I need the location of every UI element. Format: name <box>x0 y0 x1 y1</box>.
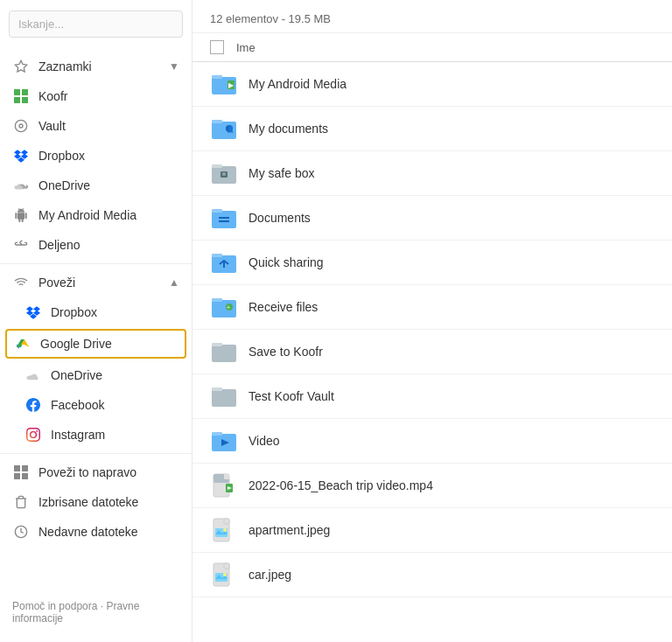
file-row[interactable]: Documents <box>192 196 672 241</box>
sidebar-section-povezi[interactable]: Poveži ▲ <box>0 268 192 297</box>
svg-text:▶: ▶ <box>228 81 234 89</box>
sidebar-item-label: Dropbox <box>51 305 97 319</box>
file-row[interactable]: Quick sharing <box>192 241 672 285</box>
svg-rect-8 <box>22 465 28 471</box>
file-image-icon <box>210 561 238 589</box>
svg-rect-1 <box>14 89 20 95</box>
svg-point-56 <box>223 573 227 576</box>
sidebar-item-label: Google Drive <box>40 337 112 351</box>
svg-rect-29 <box>212 254 222 257</box>
sidebar-item-izbrisane[interactable]: Izbrisane datoteke <box>0 487 192 517</box>
vault-icon <box>12 117 30 135</box>
sidebar-item-label: Koofr <box>38 89 67 103</box>
svg-point-23 <box>222 172 226 176</box>
file-name: My documents <box>248 122 328 136</box>
file-name: Documents <box>248 211 311 225</box>
sidebar-item-label: Facebook <box>51 398 104 412</box>
folder-icon: ▶ <box>210 70 238 98</box>
sidebar-item-dropbox-connect[interactable]: Dropbox <box>0 297 192 327</box>
sidebar-item-zaznamki[interactable]: Zaznamki ▼ <box>0 52 192 81</box>
select-all-checkbox[interactable] <box>210 40 224 54</box>
svg-rect-25 <box>212 209 222 213</box>
zaznamki-arrow: ▼ <box>169 60 179 73</box>
folder-icon <box>210 204 238 232</box>
grid-icon <box>12 464 30 481</box>
android-icon <box>12 206 30 224</box>
star-icon <box>12 58 30 75</box>
svg-rect-31 <box>212 300 236 318</box>
footer-separator: · <box>97 600 106 612</box>
svg-rect-24 <box>212 211 236 228</box>
folder-icon: + <box>210 293 238 321</box>
sidebar-item-nedavne[interactable]: Nedavne datoteke <box>0 517 192 547</box>
sidebar-item-google-drive[interactable]: Google Drive <box>5 329 186 359</box>
povezi-arrow: ▲ <box>169 276 179 289</box>
file-image-icon <box>210 516 238 544</box>
sidebar-item-label: My Android Media <box>38 208 136 222</box>
folder-icon <box>210 338 238 366</box>
svg-rect-38 <box>212 387 222 391</box>
gdrive-icon <box>14 335 32 352</box>
sidebar-item-instagram[interactable]: Instagram <box>0 420 192 450</box>
svg-rect-3 <box>14 97 20 103</box>
file-name: Save to Koofr <box>248 345 323 359</box>
search-input[interactable]: Iskanje... <box>9 10 183 38</box>
svg-rect-7 <box>14 465 20 471</box>
file-row[interactable]: + Receive files <box>192 285 672 330</box>
folder-icon <box>210 427 238 455</box>
file-name: car.jpeg <box>248 568 291 582</box>
file-row[interactable]: 2022-06-15_Beach trip video.mp4 <box>192 464 672 508</box>
share-icon <box>12 236 30 254</box>
file-name: My Android Media <box>248 77 346 91</box>
svg-point-5 <box>15 120 26 131</box>
clock-icon <box>12 523 30 541</box>
sidebar-item-label: OneDrive <box>51 368 102 382</box>
sidebar-item-label: Izbrisane datoteke <box>38 495 138 509</box>
sidebar-item-label: Nedavne datoteke <box>38 525 138 539</box>
sidebar-item-deljeno[interactable]: Deljeno <box>0 230 192 260</box>
file-row[interactable]: 👤 My documents <box>192 107 672 151</box>
sidebar-item-android[interactable]: My Android Media <box>0 200 192 230</box>
divider <box>0 263 192 264</box>
file-row[interactable]: ▶ My Android Media <box>192 62 672 107</box>
folder-icon: 👤 <box>210 115 238 143</box>
sidebar-item-label: Poveži to napravo <box>38 465 136 479</box>
sidebar-item-facebook[interactable]: Facebook <box>0 390 192 420</box>
sidebar-main-section: Zaznamki ▼ Koofr Vault Dropbox <box>0 48 192 550</box>
sidebar-item-onedrive-connect[interactable]: OneDrive <box>0 360 192 390</box>
help-link[interactable]: Pomoč in podpora <box>12 600 97 612</box>
sidebar-item-dropbox[interactable]: Dropbox <box>0 141 192 171</box>
file-row[interactable]: apartment.jpeg <box>192 508 672 553</box>
svg-rect-4 <box>22 97 28 103</box>
sidebar-item-label: Instagram <box>51 428 105 442</box>
file-name: Receive files <box>248 300 318 314</box>
svg-rect-40 <box>212 432 222 436</box>
file-row[interactable]: car.jpeg <box>192 553 672 597</box>
sidebar-item-koofr[interactable]: Koofr <box>0 81 192 111</box>
file-row[interactable]: Video <box>192 419 672 464</box>
onedrive-connect-icon <box>24 366 42 384</box>
svg-text:+: + <box>227 304 230 311</box>
file-summary: 12 elementov - 19.5 MB <box>210 12 331 25</box>
povezi-label: Poveži <box>38 276 75 290</box>
sidebar-item-onedrive[interactable]: OneDrive <box>0 171 192 200</box>
trash-icon <box>12 493 30 511</box>
svg-rect-17 <box>212 120 222 123</box>
svg-rect-9 <box>14 473 20 479</box>
file-row[interactable]: Save to Koofr <box>192 330 672 374</box>
file-name: Video <box>248 434 280 448</box>
file-list-header: Ime <box>192 33 672 62</box>
sidebar-item-label: Vault <box>38 119 66 133</box>
file-list: Ime ▶ My Android Media 👤 <box>192 33 672 642</box>
svg-point-6 <box>19 124 23 128</box>
sidebar-item-vault[interactable]: Vault <box>0 111 192 141</box>
file-name: Quick sharing <box>248 255 324 269</box>
sidebar: Iskanje... Zaznamki ▼ Koofr Vault <box>0 0 192 642</box>
file-row[interactable]: Test Koofr Vault <box>192 374 672 419</box>
sidebar-item-povezito[interactable]: Poveži to napravo <box>0 457 192 487</box>
folder-icon <box>210 382 238 410</box>
file-row[interactable]: My safe box <box>192 151 672 196</box>
sidebar-item-label: Zaznamki <box>38 59 92 73</box>
facebook-icon <box>24 396 42 414</box>
dropbox-connect-icon <box>24 304 42 321</box>
